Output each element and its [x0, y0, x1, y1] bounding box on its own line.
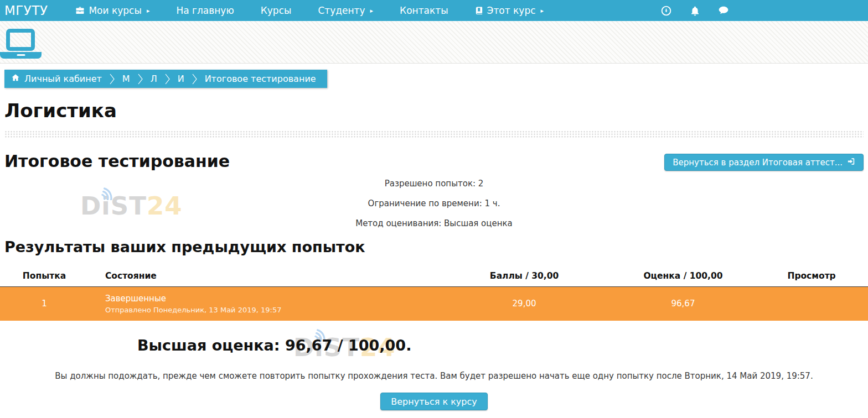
cell-grade: 96,67: [611, 286, 755, 321]
best-grade-text: Высшая оценка: 96,67 / 100,00.: [137, 337, 864, 354]
breadcrumb-label: Итоговое тестирование: [205, 74, 316, 84]
caret-icon: ▸: [541, 8, 544, 14]
dotted-divider: [4, 130, 864, 138]
watermark-text-yellow: 24: [147, 191, 183, 221]
cell-marks: 29,00: [437, 286, 611, 321]
bell-icon[interactable]: [689, 4, 701, 17]
briefcase-icon: [75, 6, 85, 15]
caret-icon: ▸: [147, 8, 150, 14]
header-review: Просмотр: [755, 265, 868, 286]
attempts-table: Попытка Состояние Баллы / 30,00 Оценка /…: [0, 265, 868, 321]
nav-item-label: Мои курсы: [89, 5, 141, 16]
nav-item-home[interactable]: На главную: [163, 5, 247, 16]
nav-item-label: Курсы: [261, 5, 292, 16]
caret-icon: ▸: [370, 8, 374, 14]
header-marks: Баллы / 30,00: [437, 265, 611, 286]
state-text: Завершенные: [105, 294, 437, 304]
cell-attempt-number: 1: [0, 286, 89, 321]
top-navbar: МГУТУ Мои курсы ▸ На главную Курсы Студе…: [0, 0, 868, 21]
button-label: Вернуться к курсу: [391, 396, 477, 407]
sign-in-icon: [847, 158, 855, 168]
results-heading: Результаты ваших предыдущих попыток: [4, 238, 864, 255]
navbar-right-icons: [660, 0, 730, 21]
wifi-arcs-icon: [97, 184, 120, 200]
chevron-right-icon: [192, 72, 198, 86]
breadcrumb-label: Личный кабинет: [24, 74, 102, 84]
nav-item-student[interactable]: Студенту ▸: [304, 5, 386, 16]
header-banner: [0, 21, 868, 64]
nav-item-my-courses[interactable]: Мои курсы ▸: [62, 5, 163, 16]
nav-item-label: Студенту: [318, 5, 365, 16]
nav-item-courses[interactable]: Курсы: [247, 5, 305, 16]
quiz-title: Итоговое тестирование: [4, 151, 230, 171]
breadcrumb-current[interactable]: Итоговое тестирование: [205, 74, 316, 84]
nav-item-label: На главную: [176, 5, 234, 16]
nav-menu: Мои курсы ▸ На главную Курсы Студенту ▸ …: [62, 5, 557, 16]
breadcrumb-item[interactable]: И: [178, 74, 184, 84]
brand-logo[interactable]: МГУТУ: [0, 3, 53, 18]
breadcrumb-dashboard[interactable]: Личный кабинет: [11, 74, 102, 84]
nav-item-this-course[interactable]: Этот курс ▸: [462, 5, 557, 16]
return-to-section-button[interactable]: Вернуться в раздел Итоговая аттест...: [664, 154, 864, 171]
nav-item-label: Этот курс: [487, 5, 536, 16]
header-state: Состояние: [89, 265, 437, 286]
arrow-circle-down-icon[interactable]: [660, 4, 672, 17]
header-grade: Оценка / 100,00: [611, 265, 755, 286]
cell-state: Завершенные Отправлено Понедельник, 13 М…: [89, 286, 437, 321]
breadcrumb-label: И: [178, 74, 184, 84]
wait-message: Вы должны подождать, прежде чем сможете …: [4, 371, 864, 381]
breadcrumb-item[interactable]: Л: [151, 74, 157, 84]
chevron-right-icon: [164, 72, 170, 86]
breadcrumb-label: Л: [151, 74, 157, 84]
book-icon: [475, 6, 483, 15]
course-title: Логистика: [4, 100, 864, 122]
chevron-right-icon: [137, 72, 143, 86]
state-detail-text: Отправлено Понедельник, 13 Май 2019, 19:…: [105, 306, 437, 314]
dist24-watermark: DiST24: [80, 191, 183, 221]
return-to-course-button[interactable]: Вернуться к курсу: [380, 393, 487, 410]
laptop-logo-icon[interactable]: [0, 29, 42, 59]
button-label: Вернуться в раздел Итоговая аттест...: [673, 158, 843, 168]
nav-item-contacts[interactable]: Контакты: [386, 5, 462, 16]
cell-review: [755, 286, 868, 321]
nav-item-label: Контакты: [400, 5, 448, 16]
chevron-right-icon: [109, 72, 115, 86]
header-attempt: Попытка: [0, 265, 89, 286]
breadcrumb: Личный кабинет М Л И Итоговое тестирован…: [4, 70, 327, 88]
table-row: 1 Завершенные Отправлено Понедельник, 13…: [0, 286, 868, 321]
table-header-row: Попытка Состояние Баллы / 30,00 Оценка /…: [0, 265, 868, 286]
chat-icon[interactable]: [717, 4, 730, 17]
breadcrumb-item[interactable]: М: [122, 74, 130, 84]
home-icon: [11, 74, 20, 84]
breadcrumb-label: М: [122, 74, 130, 84]
attempts-allowed-text: Разрешено попыток: 2: [4, 179, 864, 189]
